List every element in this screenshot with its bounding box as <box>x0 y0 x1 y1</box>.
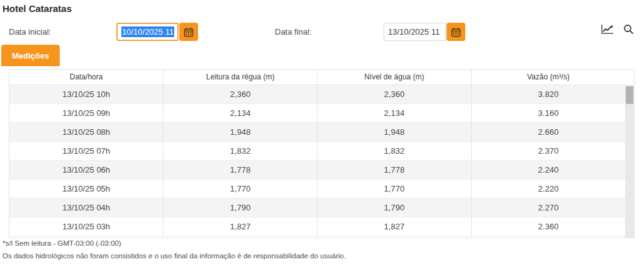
start-date-calendar-button[interactable] <box>179 23 198 41</box>
end-date-text: 13/10/2025 11 <box>388 27 440 37</box>
table-cell: 1,832 <box>164 141 318 160</box>
table-cell: 13/10/25 08h <box>9 122 164 141</box>
start-date-selected-text: 10/10/2025 11 <box>121 26 174 37</box>
table-cell: 1,790 <box>164 198 318 217</box>
measurements-table: Data/hora Leitura da régua (m) Nível de … <box>9 70 625 236</box>
table-cell: 13/10/25 05h <box>9 179 164 198</box>
table-cell: 13/10/25 04h <box>9 198 164 217</box>
table-cell: 3.160 <box>471 103 625 122</box>
table-cell: 2,134 <box>164 103 318 122</box>
table-row: 13/10/25 05h1,7701,7702.220 <box>9 179 625 198</box>
table-cell: 13/10/25 09h <box>9 103 164 122</box>
end-date-calendar-button[interactable] <box>447 23 465 41</box>
search-button[interactable] <box>623 24 634 35</box>
page: Hotel Cataratas Data inicial: 10/10/2025… <box>0 0 644 264</box>
table-cell: 2.360 <box>471 217 625 236</box>
end-date-label: Data final: <box>275 27 312 37</box>
table-cell: 1,778 <box>164 160 318 179</box>
table-row: 13/10/25 09h2,1342,1343.160 <box>9 103 625 122</box>
table-cell: 13/10/25 06h <box>9 160 164 179</box>
start-date-label: Data inicial: <box>9 27 51 37</box>
table-row: 13/10/25 08h1,9481,9482.660 <box>9 122 625 141</box>
search-icon <box>623 24 634 35</box>
table-cell: 1,790 <box>318 198 472 217</box>
table-row: 13/10/25 04h1,7901,7902.270 <box>9 198 625 217</box>
table-cell: 2,360 <box>318 84 472 103</box>
calendar-icon <box>184 27 194 37</box>
table-cell: 1,778 <box>318 160 472 179</box>
table-cell: 2,360 <box>164 84 318 103</box>
start-date-input[interactable]: 10/10/2025 11 <box>116 23 179 41</box>
footnote-disclaimer: Os dados hidrológicos não foram consisti… <box>3 252 346 260</box>
footnote-timezone: *s/l Sem leitura - GMT-03:00 (-03:00) <box>3 239 121 247</box>
table-cell: 13/10/25 07h <box>9 141 164 160</box>
col-header-nivel: Nível de água (m) <box>318 70 472 84</box>
table-row: 13/10/25 07h1,8321,8322.370 <box>9 141 625 160</box>
table-cell: 13/10/25 10h <box>9 84 164 103</box>
table-cell: 1,827 <box>318 217 472 236</box>
measurements-table-container: Data/hora Leitura da régua (m) Nível de … <box>9 69 635 238</box>
table-row: 13/10/25 03h1,8271,8272.360 <box>9 217 625 236</box>
start-date-group: 10/10/2025 11 <box>116 23 198 41</box>
chart-view-button[interactable] <box>601 23 614 35</box>
tab-medicoes[interactable]: Medições <box>1 45 60 66</box>
table-cell: 1,770 <box>318 179 472 198</box>
col-header-vazao: Vazão (m³/s) <box>471 70 625 84</box>
table-cell: 2,134 <box>318 103 472 122</box>
table-body: 13/10/25 10h2,3602,3603.82013/10/25 09h2… <box>9 84 625 236</box>
table-scrollbar-thumb[interactable] <box>626 86 633 104</box>
table-cell: 1,770 <box>164 179 318 198</box>
table-cell: 2.370 <box>471 141 625 160</box>
table-row: 13/10/25 06h1,7781,7782.240 <box>9 160 625 179</box>
end-date-group: 13/10/2025 11 <box>384 23 465 41</box>
table-cell: 3.820 <box>471 84 625 103</box>
table-row: 13/10/25 10h2,3602,3603.820 <box>9 84 625 103</box>
table-cell: 2.220 <box>471 179 625 198</box>
toolbar <box>601 23 634 35</box>
end-date-input[interactable]: 13/10/2025 11 <box>384 23 446 41</box>
table-cell: 2.270 <box>471 198 625 217</box>
col-header-datahora: Data/hora <box>9 70 164 84</box>
table-cell: 1,827 <box>164 217 318 236</box>
table-header: Data/hora Leitura da régua (m) Nível de … <box>9 70 625 84</box>
table-scrollbar[interactable] <box>625 85 634 238</box>
table-cell: 1,948 <box>164 122 318 141</box>
table-cell: 1,948 <box>318 122 472 141</box>
table-cell: 2.240 <box>471 160 625 179</box>
table-cell: 2.660 <box>471 122 625 141</box>
col-header-leitura: Leitura da régua (m) <box>164 70 318 84</box>
calendar-icon <box>451 27 461 37</box>
page-title: Hotel Cataratas <box>3 3 72 14</box>
table-cell: 1,832 <box>318 141 472 160</box>
line-chart-icon <box>601 23 614 35</box>
table-cell: 13/10/25 03h <box>9 217 164 236</box>
